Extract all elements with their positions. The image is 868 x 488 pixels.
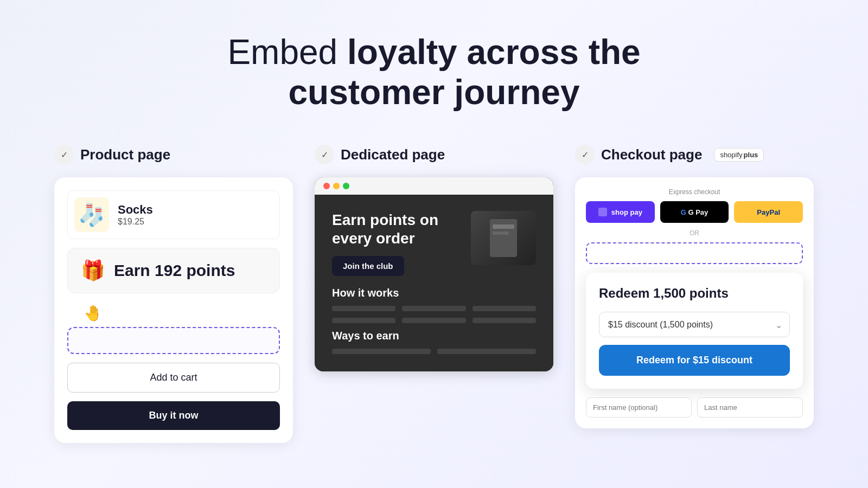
- checkout-check-icon: ✓: [575, 145, 595, 164]
- checkout-page-column: ✓ Checkout page shopifyplus Express chec…: [575, 145, 814, 428]
- dedicated-content: Earn points on every order Join the club…: [315, 195, 553, 371]
- payment-buttons: shop pay G G Pay PayPal: [586, 201, 803, 223]
- skeleton-row-3: [332, 349, 536, 354]
- checkout-page-title: Checkout page: [601, 146, 702, 163]
- ways-to-earn-title: Ways to earn: [332, 330, 536, 342]
- express-checkout-label: Express checkout: [586, 188, 803, 196]
- add-to-cart-button[interactable]: Add to cart: [67, 363, 280, 393]
- shop-pay-button[interactable]: shop pay: [586, 201, 655, 223]
- headline-section: Embed loyalty across the customer journe…: [227, 33, 640, 112]
- email-placeholder-box: [586, 242, 803, 264]
- plus-text: plus: [744, 151, 758, 159]
- last-name-field[interactable]: [697, 397, 803, 418]
- dedicated-page-card: Earn points on every order Join the club…: [315, 177, 553, 371]
- product-info-row: 🧦 Socks $19.25: [67, 190, 280, 239]
- dedicated-hero-title: Earn points on every order: [332, 211, 460, 247]
- headline-part2: loyalty across the: [347, 33, 641, 72]
- redeem-discount-button[interactable]: Redeem for $15 discount: [599, 345, 790, 376]
- paypal-button[interactable]: PayPal: [734, 201, 803, 223]
- product-page-column: ✓ Product page 🧦 Socks $19.25 🎁 Earn 192…: [54, 145, 293, 443]
- earn-points-text: Earn 192 points: [114, 261, 235, 280]
- product-page-label: ✓ Product page: [54, 145, 170, 164]
- grab-cursor-icon: 🤚: [84, 304, 103, 322]
- discount-select[interactable]: $15 discount (1,500 points): [599, 312, 790, 337]
- skeleton-item: [402, 318, 465, 323]
- product-check-icon: ✓: [54, 145, 74, 164]
- skeleton-item: [402, 306, 465, 311]
- svg-rect-2: [493, 232, 509, 235]
- feature-columns: ✓ Product page 🧦 Socks $19.25 🎁 Earn 192…: [54, 145, 814, 443]
- shopify-text: shopify: [720, 151, 742, 159]
- browser-dot-green: [343, 183, 349, 189]
- gift-icon: 🎁: [81, 259, 105, 282]
- redeem-title: Redeem 1,500 points: [599, 286, 790, 301]
- dedicated-page-column: ✓ Dedicated page Earn points on every or…: [315, 145, 553, 371]
- headline-part1: Embed: [227, 33, 347, 72]
- product-page-card: 🧦 Socks $19.25 🎁 Earn 192 points 🤚 Add t…: [54, 177, 293, 443]
- shopify-plus-badge: shopifyplus: [714, 148, 764, 162]
- join-club-button[interactable]: Join the club: [332, 256, 404, 276]
- browser-bar: [315, 177, 553, 195]
- earn-points-card: 🎁 Earn 192 points: [67, 248, 280, 293]
- skeleton-item: [437, 349, 536, 354]
- dedicated-page-label: ✓ Dedicated page: [315, 145, 445, 164]
- product-emoji: 🧦: [74, 197, 109, 232]
- grab-cursor-area: 🤚: [67, 302, 280, 324]
- checkout-page-card: Express checkout shop pay G G Pay PayPal…: [575, 177, 814, 428]
- skeleton-item: [473, 306, 536, 311]
- headline-part3: customer journey: [288, 73, 579, 112]
- redeem-card: Redeem 1,500 points $15 discount (1,500 …: [586, 273, 803, 389]
- checkout-page-label: ✓ Checkout page shopifyplus: [575, 145, 764, 164]
- svg-rect-3: [598, 208, 607, 216]
- product-page-title: Product page: [80, 146, 170, 163]
- browser-dot-red: [323, 183, 330, 189]
- discount-select-wrapper[interactable]: $15 discount (1,500 points) ⌄: [599, 312, 790, 337]
- skeleton-item: [473, 318, 536, 323]
- product-price: $19.25: [118, 217, 153, 227]
- skeleton-item: [332, 306, 395, 311]
- dashed-drop-zone: [67, 327, 280, 354]
- buy-it-now-button[interactable]: Buy it now: [67, 401, 280, 430]
- dedicated-hero: Earn points on every order Join the club: [332, 211, 536, 276]
- dedicated-page-title: Dedicated page: [341, 146, 445, 163]
- or-divider: OR: [586, 229, 803, 237]
- dedicated-image: [471, 211, 536, 265]
- skeleton-row-1: [332, 306, 536, 311]
- how-it-works-title: How it works: [332, 287, 536, 299]
- svg-rect-1: [493, 224, 514, 229]
- dedicated-hero-text: Earn points on every order Join the club: [332, 211, 460, 276]
- first-name-field[interactable]: [586, 397, 692, 418]
- dedicated-check-icon: ✓: [315, 145, 334, 164]
- browser-dot-yellow: [333, 183, 340, 189]
- name-fields: [586, 397, 803, 418]
- product-details: Socks $19.25: [118, 203, 153, 227]
- google-pay-button[interactable]: G G Pay: [660, 201, 729, 223]
- skeleton-item: [332, 318, 395, 323]
- product-name: Socks: [118, 203, 153, 217]
- skeleton-row-2: [332, 318, 536, 323]
- skeleton-item: [332, 349, 431, 354]
